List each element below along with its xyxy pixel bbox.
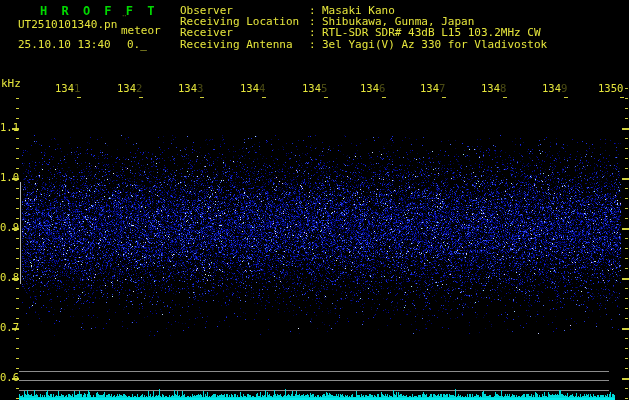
info-colon: : [309,27,322,38]
info-value: RTL-SDR SDR# 43dB L15 103.2MHz CW [322,27,541,38]
y-tick-label: 0.8 [0,272,19,283]
x-tick-label: 1350 [598,83,623,94]
info-value: 3el Yagi(V) Az 330 for Vladivostok [322,39,547,50]
app-title: H R O F F T [40,4,158,18]
info-label: Receiving Antenna [180,39,309,50]
y-axis-unit-label: kHz [1,78,21,89]
x-tick-label: 1346 [360,83,385,94]
y-tick-label: 1.1 [0,122,19,133]
info-row-antenna: Receiving Antenna:3el Yagi(V) Az 330 for… [180,39,547,50]
y-tick-label: 0.9 [0,222,19,233]
spectrogram-canvas [0,0,629,400]
info-colon: : [309,39,322,50]
x-tick-label: 1343 [178,83,203,94]
y-tick-label: 0.7 [0,322,19,333]
info-row-receiver: Receiver:RTL-SDR SDR# 43dB L15 103.2MHz … [180,27,541,38]
x-tick-label: 1344 [240,83,265,94]
capture-filename: UT2510101340.pn [18,19,117,30]
x-tick-label: 1347 [420,83,445,94]
observation-type-label: meteor [121,25,161,36]
info-label: Receiver [180,27,309,38]
timestamp: 25.10.10 13:40 [18,39,111,50]
x-tick-label: 1342 [117,83,142,94]
hrofft-screen: H R O F F T UT2510101340.pn ¨ meteor 25.… [0,0,629,400]
x-tick-label: 1341 [55,83,80,94]
x-tick-label: 1349 [542,83,567,94]
x-tick-label: 1345 [302,83,327,94]
y-tick-label: 1.0 [0,172,19,183]
echo-counter: 0._ [127,39,147,50]
x-tick-label: 1348 [481,83,506,94]
y-tick-label: 0.6 [0,372,19,383]
